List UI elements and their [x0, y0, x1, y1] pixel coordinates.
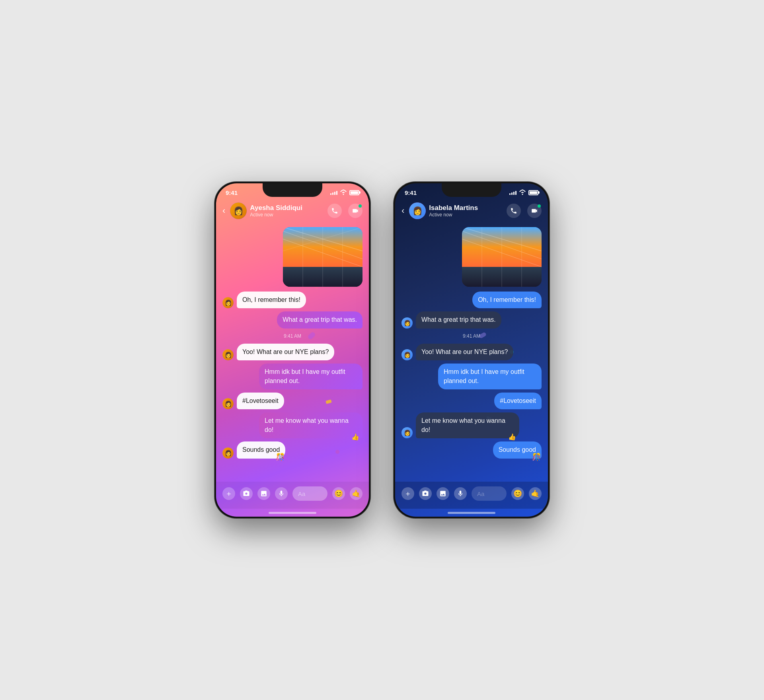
avatar-sm-trip-dark: 👩: [401, 317, 413, 329]
plus-button-light[interactable]: ＋: [222, 487, 235, 500]
bubble-love-text-light: #Lovetoseeit: [242, 397, 279, 404]
screen-light: 9:41: [216, 183, 369, 517]
signal-bar-d2: [511, 192, 513, 195]
bubble-sounds-dark: Sounds good 🎊: [493, 441, 542, 458]
bubble-trip-text-light: What a great trip that was.: [283, 316, 357, 323]
phones-container: 9:41: [215, 182, 549, 518]
roof-svg-dark: [462, 227, 542, 287]
msg-avatar-1-light: 👩: [222, 297, 234, 308]
mic-button-dark[interactable]: [454, 487, 467, 500]
mic-icon-dark: [457, 490, 464, 497]
bubble-remember-light: Oh, I remember this!: [237, 292, 306, 308]
camera-button-light[interactable]: [240, 487, 253, 500]
mic-icon-light: [278, 490, 285, 497]
video-call-button-light[interactable]: [348, 204, 363, 218]
input-placeholder-light: Aa: [298, 490, 305, 497]
msg-row-sounds-dark: Sounds good 🎊: [401, 441, 542, 458]
mic-button-light[interactable]: [275, 487, 288, 500]
video-call-button-dark[interactable]: [527, 204, 542, 218]
bubble-remember-dark: Oh, I remember this!: [472, 292, 542, 308]
battery-fill-light: [351, 191, 358, 194]
emoji-button-light[interactable]: 😊: [332, 487, 345, 500]
battery-icon-light: [349, 190, 359, 195]
signal-bar-d4: [515, 191, 516, 195]
green-dot-light: [359, 204, 362, 208]
bubble-trip-light: What a great trip that was.: [277, 311, 363, 328]
avatar-sm-2-light: 👩: [222, 349, 234, 360]
msg-row-letme-light: Let me know what you wanna do! 👍: [222, 412, 363, 438]
input-bar-dark: ＋ Aa 😊 🤙: [395, 482, 548, 509]
screen-dark: 9:41: [395, 183, 548, 517]
contact-name-dark: Isabela Martins: [429, 204, 503, 212]
signal-bar-d1: [509, 193, 511, 195]
home-indicator-dark: [395, 509, 548, 517]
shared-image-light[interactable]: [283, 227, 363, 287]
back-button-dark[interactable]: ‹: [401, 206, 404, 216]
bubble-remember-text-light: Oh, I remember this!: [242, 296, 300, 303]
scroll-emoji-light: 🎊: [276, 452, 285, 462]
signal-bar-d3: [513, 192, 515, 195]
header-info-light: Ayesha Siddiqui Active now: [250, 204, 324, 218]
gallery-button-light[interactable]: [257, 487, 270, 500]
bubble-trip-dark: What a great trip that was.: [416, 311, 501, 328]
home-bar-dark: [448, 512, 495, 514]
image-message-dark: [401, 227, 542, 288]
battery-fill-dark: [530, 191, 537, 194]
msg-row-trip-light: What a great trip that was.: [222, 311, 363, 328]
header-avatar-light[interactable]: 👩: [230, 202, 247, 219]
video-icon-dark: [531, 207, 538, 214]
phone-call-button-dark[interactable]: [507, 204, 521, 218]
sticker-button-light[interactable]: 🤙: [350, 487, 363, 500]
message-input-light[interactable]: Aa: [292, 486, 327, 501]
bubble-nye-text-light: Yoo! What are our NYE plans?: [242, 348, 329, 355]
bubble-letme-dark: Let me know what you wanna do! 👍: [416, 412, 519, 438]
phone-call-button-light[interactable]: [327, 204, 342, 218]
signal-bars-light: [330, 190, 337, 195]
contact-name-light: Ayesha Siddiqui: [250, 204, 324, 212]
msg-row-letme-dark: 👩 Let me know what you wanna do! 👍: [401, 412, 542, 438]
msg-avatar-trip-dark: 👩: [401, 317, 413, 329]
video-icon-light: [352, 207, 359, 214]
header-avatar-dark[interactable]: 👩: [409, 202, 426, 219]
msg-row-outfit-light: Hmm idk but I have my outfit planned out…: [222, 364, 363, 389]
reaction-thumbs-dark: 👍: [508, 433, 516, 441]
bubble-nye-light: Yoo! What are our NYE plans?: [237, 344, 334, 360]
status-time-dark: 9:41: [405, 189, 417, 196]
msg-avatar-2-light: 👩: [222, 349, 234, 360]
signal-bars-dark: [509, 190, 516, 195]
camera-icon-light: [243, 490, 250, 497]
chat-header-dark: ‹ 👩 Isabela Martins Active now: [395, 199, 548, 224]
contact-status-light: Active now: [250, 212, 324, 218]
msg-row-love-dark: #Lovetoseeit: [401, 393, 542, 409]
status-icons-light: [330, 189, 359, 196]
phone-dark: 9:41: [394, 182, 549, 518]
gallery-button-dark[interactable]: [437, 487, 449, 500]
gallery-icon-dark: [439, 490, 446, 497]
home-indicator-light: [216, 509, 369, 517]
message-input-dark[interactable]: Aa: [472, 486, 507, 501]
signal-bar-2: [332, 192, 333, 195]
avatar-sm-letme-dark: 👩: [401, 427, 413, 438]
phone-icon-dark: [510, 207, 517, 214]
back-button-light[interactable]: ‹: [222, 206, 225, 216]
bubble-sounds-light: Sounds good 🎊: [237, 441, 285, 458]
messages-area-light: 👩 Oh, I remember this! What a great trip…: [216, 224, 369, 482]
emoji-button-dark[interactable]: 😊: [511, 487, 524, 500]
msg-row-outfit-dark: Hmm idk but I have my outfit planned out…: [401, 364, 542, 389]
header-actions-dark: [507, 204, 542, 218]
scroll-emoji-dark: 🎊: [532, 452, 541, 462]
msg-avatar-nye-dark: 👩: [401, 349, 413, 360]
bubble-nye-text-dark: Yoo! What are our NYE plans?: [421, 348, 508, 355]
battery-icon-dark: [528, 190, 538, 195]
header-actions-light: [327, 204, 363, 218]
avatar-sm-1-light: 👩: [222, 297, 234, 308]
bubble-outfit-text-dark: Hmm idk but I have my outfit planned out…: [444, 368, 524, 384]
image-message-light: [222, 227, 363, 288]
camera-button-dark[interactable]: [419, 487, 432, 500]
shared-image-dark[interactable]: [462, 227, 542, 287]
header-info-dark: Isabela Martins Active now: [429, 204, 503, 218]
plus-button-dark[interactable]: ＋: [401, 487, 414, 500]
sticker-button-dark[interactable]: 🤙: [529, 487, 542, 500]
notch-light: [263, 183, 322, 197]
bubble-letme-light: Let me know what you wanna do! 👍: [259, 412, 363, 438]
